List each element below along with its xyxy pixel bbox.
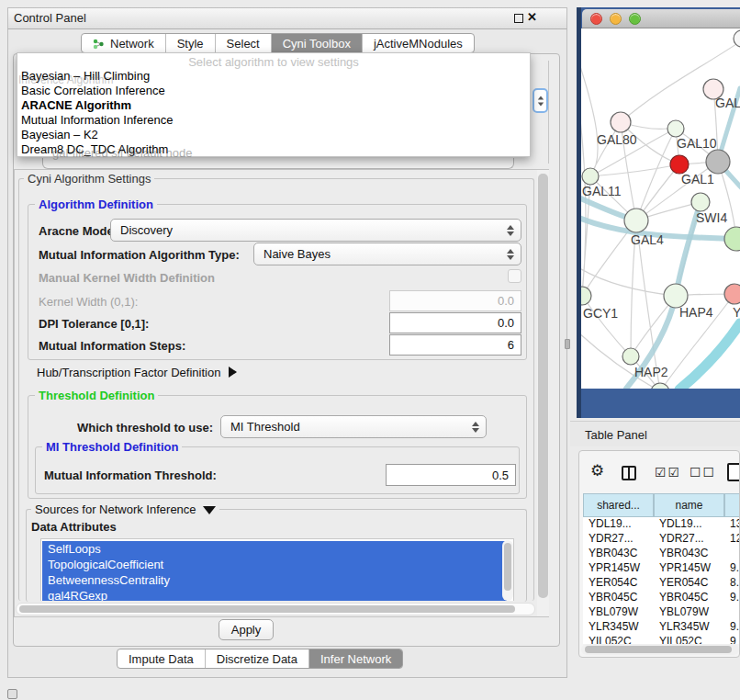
network-node-gal11[interactable]	[582, 168, 599, 185]
tab-cyni-toolbox[interactable]: Cyni Toolbox	[272, 34, 363, 52]
network-node-gal4[interactable]	[624, 209, 648, 232]
mi-threshold-field[interactable]: 0.5	[386, 464, 516, 486]
list-item[interactable]: gal4RGexp	[42, 588, 507, 601]
popup-item[interactable]: Bayesian – K2	[17, 128, 530, 142]
manual-kernel-checkbox[interactable]	[508, 269, 521, 283]
table-row[interactable]: YDR27...YDR27...12	[583, 532, 740, 547]
table-row[interactable]: YPR145WYPR145W9.	[583, 561, 740, 576]
column-header-shared[interactable]: shared...	[583, 493, 654, 517]
spinner-up-icon	[537, 96, 543, 99]
list-scrollbar[interactable]	[502, 540, 513, 601]
gear-icon[interactable]: ⚙	[590, 463, 604, 479]
table-row[interactable]: YLR345WYLR345W9.	[583, 620, 740, 635]
columns-icon[interactable]	[622, 466, 636, 480]
table-row[interactable]: YER054CYER054C8.	[583, 576, 740, 591]
network-node-swi4[interactable]	[691, 193, 710, 211]
network-node-gal1[interactable]	[670, 155, 689, 174]
network-node-gal80[interactable]	[611, 112, 631, 132]
tab-infer-network[interactable]: Infer Network	[309, 649, 402, 668]
network-combo-remnant	[42, 158, 514, 169]
new-table-icon[interactable]	[727, 463, 740, 481]
network-node-label: GAL1	[681, 172, 714, 186]
popup-item[interactable]: Basic Correlation Inference	[17, 84, 530, 98]
list-scrollbar-thumb[interactable]	[504, 543, 511, 591]
network-canvas[interactable]: GAL GAL80 GAL10 GAL1 GAL11 SWI4 GAL4 GCY…	[581, 28, 740, 389]
close-traffic-light[interactable]	[590, 13, 602, 25]
tab-jactivemnodules[interactable]: jActiveMNodules	[363, 34, 474, 52]
table-row[interactable]: YBL079WYBL079W	[583, 605, 740, 620]
network-window-titlebar[interactable]	[582, 9, 740, 28]
dpi-tolerance-field[interactable]: 0.0	[389, 312, 521, 333]
apply-button[interactable]: Apply	[219, 619, 274, 640]
algorithm-combo-spinner[interactable]	[533, 88, 548, 113]
tab-select[interactable]: Select	[216, 34, 272, 52]
column-header-name[interactable]: name	[654, 493, 724, 517]
table-row[interactable]: YDL19...YDL19...13	[583, 517, 740, 532]
table-row[interactable]: YBR043CYBR043C	[583, 547, 740, 561]
network-node-label: GAL10	[677, 136, 717, 151]
which-threshold-combo[interactable]: MI Threshold	[220, 415, 487, 438]
table-row[interactable]: YBR045CYBR045C9.	[583, 591, 740, 605]
zoom-traffic-light[interactable]	[629, 13, 641, 25]
data-attributes-label: Data Attributes	[31, 520, 117, 534]
close-icon[interactable]: ✕	[527, 10, 537, 24]
network-node[interactable]	[734, 30, 740, 47]
control-panel-title: Control Panel	[14, 11, 86, 25]
float-icon[interactable]	[514, 14, 523, 23]
table-panel-container: ⚙ ☑☑ ☐☐ shared... name YDL19...YDL19...1…	[578, 450, 740, 658]
minimize-traffic-light[interactable]	[610, 13, 622, 25]
settings-vscrollbar[interactable]	[537, 170, 549, 616]
network-node-gray[interactable]	[706, 150, 730, 174]
network-node-hap2[interactable]	[622, 348, 639, 365]
column-header-partial[interactable]	[724, 493, 740, 517]
tab-discretize-data[interactable]: Discretize Data	[206, 649, 309, 668]
network-node[interactable]	[724, 227, 740, 251]
table-toolbar: ⚙ ☑☑ ☐☐	[579, 451, 740, 491]
mi-type-combo[interactable]: Naive Bayes	[253, 243, 521, 265]
deselect-all-checks-icon[interactable]: ☐☐	[690, 465, 716, 480]
corner-widget-icon[interactable]	[7, 689, 17, 699]
kernel-width-field[interactable]: 0.0	[389, 290, 521, 311]
network-node-gal10[interactable]	[667, 120, 684, 137]
table-row[interactable]: YIL052CYIL052C9	[583, 635, 740, 644]
select-all-checks-icon[interactable]: ☑☑	[655, 465, 681, 480]
aracne-mode-combo[interactable]: Discovery	[110, 219, 521, 242]
tab-impute-data[interactable]: Impute Data	[118, 649, 206, 668]
settings-vscrollbar-thumb[interactable]	[538, 174, 548, 598]
table-hscrollbar-thumb[interactable]	[585, 646, 732, 653]
tab-network[interactable]: Network	[82, 34, 166, 52]
table-hscrollbar[interactable]	[581, 644, 739, 655]
network-node-label: GAL	[715, 96, 740, 110]
list-item[interactable]: BetweennessCentrality	[42, 572, 507, 588]
sources-group-title[interactable]: Sources for Network Inference	[31, 502, 219, 516]
aracne-mode-label: Aracne Mode:	[39, 224, 118, 238]
list-item[interactable]: SelfLoops	[42, 541, 507, 557]
hub-expander[interactable]: Hub/Transcription Factor Definition	[37, 366, 237, 379]
popup-item[interactable]: Bayesian – Hill Climbing	[17, 69, 530, 84]
network-node-label: SWI4	[696, 210, 727, 225]
which-threshold-label: Which threshold to use:	[77, 421, 213, 435]
settings-hscrollbar[interactable]	[16, 603, 535, 615]
data-attributes-list: SelfLoops TopologicalCoefficient Between…	[40, 538, 514, 601]
list-item[interactable]: TopologicalCoefficient	[42, 557, 507, 572]
network-node[interactable]	[724, 284, 740, 304]
popup-item[interactable]: Dream8 DC_TDC Algorithm	[17, 142, 530, 157]
tab-style[interactable]: Style	[166, 34, 216, 52]
popup-item[interactable]: Mutual Information Inference	[17, 113, 530, 128]
cyni-bottom-tabs: Impute Data Discretize Data Infer Networ…	[117, 649, 403, 669]
panel-divider-handle[interactable]	[565, 339, 570, 349]
algorithm-popup: Select algorithm to view settings Bayesi…	[17, 52, 531, 157]
mi-steps-field[interactable]: 6	[389, 334, 521, 356]
mi-steps-label: Mutual Information Steps:	[39, 339, 185, 353]
network-node-label: GAL4	[631, 232, 664, 247]
algorithm-popup-placeholder: Select algorithm to view settings	[17, 53, 530, 69]
settings-hscrollbar-thumb[interactable]	[19, 605, 515, 613]
combo-arrows-icon	[472, 422, 479, 433]
mi-threshold-label: Mutual Information Threshold:	[44, 469, 217, 482]
network-node-gcy1[interactable]	[581, 287, 591, 305]
network-tab-icon	[93, 38, 105, 50]
inference-group-edge	[548, 61, 549, 164]
control-panel-titlebar	[7, 7, 567, 29]
kernel-width-label: Kernel Width (0,1):	[39, 295, 138, 309]
popup-item[interactable]: ARACNE Algorithm	[17, 98, 530, 113]
